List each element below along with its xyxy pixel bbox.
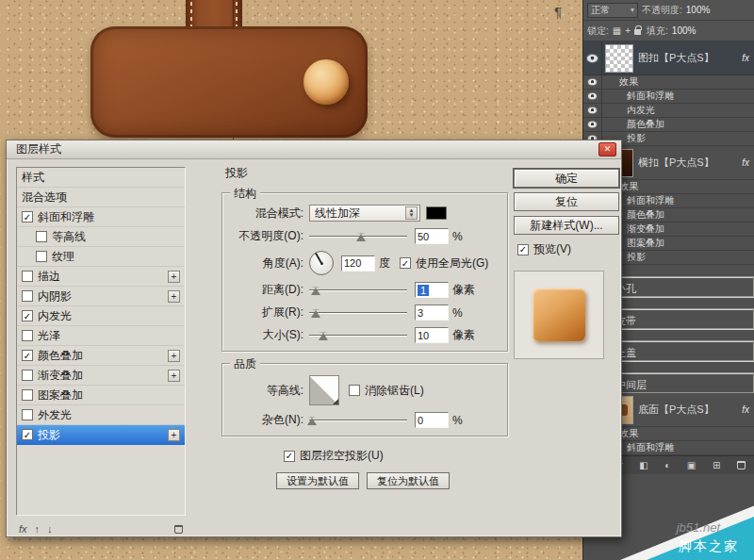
style-checkbox[interactable] bbox=[22, 271, 33, 282]
style-item[interactable]: 混合选项 bbox=[17, 188, 185, 207]
layer-opacity-value[interactable]: 100% bbox=[686, 5, 711, 15]
reset-button[interactable]: 复位 bbox=[514, 192, 619, 211]
style-item-label: 描边 bbox=[38, 269, 163, 285]
angle-dial[interactable] bbox=[309, 251, 334, 275]
style-item[interactable]: 外发光 bbox=[17, 405, 185, 425]
visibility-toggle[interactable] bbox=[583, 90, 602, 103]
watermark-site: jb51.net bbox=[677, 520, 720, 535]
reset-default-button[interactable]: 复位为默认值 bbox=[367, 472, 450, 489]
layer-name: 皮带 bbox=[615, 314, 746, 328]
mask-icon[interactable]: ◧ bbox=[639, 461, 647, 470]
spread-input[interactable]: 3 bbox=[415, 305, 449, 321]
fill-value[interactable]: 100% bbox=[672, 25, 697, 36]
global-light-checkbox[interactable] bbox=[400, 257, 411, 269]
style-checkbox[interactable] bbox=[22, 389, 33, 401]
slider-thumb[interactable] bbox=[319, 332, 328, 340]
style-item[interactable]: 投影+ bbox=[17, 425, 185, 445]
style-checkbox[interactable] bbox=[22, 290, 33, 302]
layer-name: 图扣【P大点S】 bbox=[638, 51, 742, 65]
fx-icon[interactable]: fx bbox=[19, 524, 27, 535]
group-icon[interactable]: ▣ bbox=[687, 461, 696, 470]
noise-slider[interactable] bbox=[309, 414, 407, 427]
opacity-slider[interactable] bbox=[309, 230, 407, 243]
size-input[interactable]: 10 bbox=[415, 327, 449, 343]
style-checkbox[interactable] bbox=[22, 370, 33, 381]
slider-thumb[interactable] bbox=[311, 309, 320, 318]
style-item[interactable]: 纹理 bbox=[17, 247, 185, 267]
style-checkbox[interactable] bbox=[22, 350, 33, 361]
slider-thumb[interactable] bbox=[356, 233, 366, 241]
lock-transparency-icon[interactable]: ▦ bbox=[613, 26, 621, 36]
eye-icon bbox=[587, 55, 598, 62]
style-item[interactable]: 等高线 bbox=[17, 227, 185, 247]
contour-picker[interactable] bbox=[309, 375, 339, 405]
effect-row[interactable]: 内发光 bbox=[583, 104, 754, 118]
visibility-toggle[interactable] bbox=[583, 104, 602, 117]
add-effect-icon[interactable]: + bbox=[168, 370, 180, 382]
add-effect-icon[interactable]: + bbox=[168, 290, 180, 303]
style-item[interactable]: 渐变叠加+ bbox=[17, 366, 185, 386]
close-button[interactable]: ✕ bbox=[598, 142, 616, 156]
antialias-checkbox[interactable] bbox=[349, 385, 360, 396]
layer-blend-mode-select[interactable]: 正常 ▾ bbox=[587, 3, 638, 18]
fx-badge[interactable]: fx bbox=[742, 404, 749, 415]
opacity-input[interactable]: 50 bbox=[415, 228, 449, 244]
style-checkbox[interactable] bbox=[22, 429, 33, 440]
style-item[interactable]: 斜面和浮雕 bbox=[17, 207, 185, 227]
spread-label: 扩展(R): bbox=[230, 305, 303, 321]
style-checkbox[interactable] bbox=[22, 211, 33, 222]
style-item[interactable]: 样式 bbox=[17, 168, 185, 188]
fx-badge[interactable]: fx bbox=[742, 53, 749, 63]
effect-row[interactable]: 斜面和浮雕 bbox=[583, 90, 754, 104]
noise-input[interactable]: 0 bbox=[415, 412, 449, 428]
fx-badge[interactable]: fx bbox=[742, 157, 749, 168]
new-icon[interactable]: ⊞ bbox=[713, 461, 720, 470]
slider-thumb[interactable] bbox=[311, 287, 320, 295]
photoshop-screen: ¶ 正常 ▾ 不透明度: 100% 锁定: ▦+ 填充: 100% 图扣【P大点… bbox=[0, 0, 754, 560]
style-item[interactable]: 光泽 bbox=[17, 326, 185, 346]
layer-thumbnail[interactable] bbox=[605, 44, 633, 73]
visibility-toggle[interactable] bbox=[583, 75, 602, 89]
lock-position-icon[interactable]: + bbox=[625, 26, 631, 36]
style-item-label: 颜色叠加 bbox=[38, 348, 163, 364]
down-icon[interactable]: ↓ bbox=[47, 524, 53, 535]
distance-slider[interactable] bbox=[309, 284, 407, 297]
style-checkbox[interactable] bbox=[36, 251, 47, 262]
slider-thumb[interactable] bbox=[307, 417, 317, 425]
size-slider[interactable] bbox=[309, 329, 407, 342]
style-checkbox[interactable] bbox=[22, 330, 33, 341]
lock-all-icon[interactable] bbox=[634, 29, 641, 35]
style-item[interactable]: 图案叠加 bbox=[17, 386, 185, 405]
preview-checkbox[interactable] bbox=[517, 244, 529, 255]
up-icon[interactable]: ↑ bbox=[35, 524, 41, 535]
shadow-color-swatch[interactable] bbox=[426, 206, 447, 220]
trash-icon[interactable] bbox=[174, 525, 183, 534]
style-item[interactable]: 内阴影+ bbox=[17, 287, 185, 306]
distance-input[interactable]: 1 bbox=[415, 282, 449, 298]
add-effect-icon[interactable]: + bbox=[168, 429, 180, 441]
style-checkbox[interactable] bbox=[22, 310, 33, 321]
layer-row[interactable]: 图扣【P大点S】fx bbox=[583, 41, 754, 75]
trash-icon[interactable] bbox=[737, 461, 746, 469]
dialog-titlebar[interactable]: 图层样式 ✕ bbox=[7, 140, 621, 159]
layer-name: 斜面和浮雕 bbox=[627, 90, 754, 103]
ok-button[interactable]: 确定 bbox=[514, 169, 619, 188]
style-item[interactable]: 内发光 bbox=[17, 306, 185, 326]
angle-input[interactable]: 120 bbox=[341, 255, 375, 272]
knockout-checkbox[interactable] bbox=[284, 451, 295, 462]
visibility-toggle[interactable] bbox=[583, 41, 602, 74]
set-default-button[interactable]: 设置为默认值 bbox=[276, 472, 359, 489]
style-item[interactable]: 描边+ bbox=[17, 267, 185, 287]
style-item[interactable]: 颜色叠加+ bbox=[17, 346, 185, 366]
effect-row[interactable]: 颜色叠加 bbox=[583, 118, 754, 132]
add-effect-icon[interactable]: + bbox=[168, 271, 180, 283]
spread-slider[interactable] bbox=[309, 306, 407, 320]
visibility-toggle[interactable] bbox=[583, 118, 602, 131]
blend-mode-select[interactable]: 线性加深 ▲▼ bbox=[309, 205, 420, 222]
style-checkbox[interactable] bbox=[22, 409, 33, 420]
effect-row[interactable]: 效果 bbox=[583, 75, 754, 90]
adjust-icon[interactable]: ◐ bbox=[664, 461, 670, 470]
style-checkbox[interactable] bbox=[36, 231, 47, 242]
new-style-button[interactable]: 新建样式(W)... bbox=[514, 216, 619, 235]
add-effect-icon[interactable]: + bbox=[168, 350, 180, 362]
